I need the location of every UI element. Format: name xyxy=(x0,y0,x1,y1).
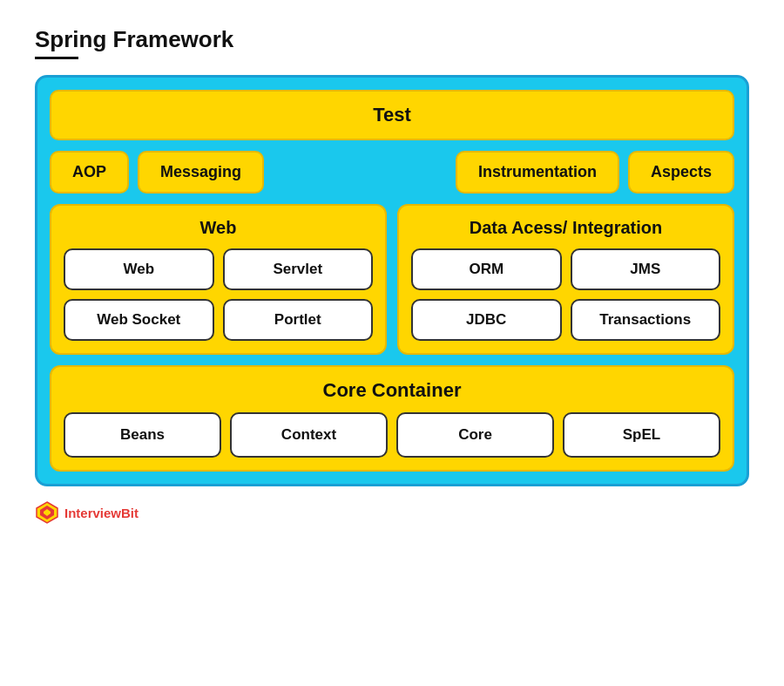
footer-logo: InterviewBit xyxy=(35,500,139,525)
core-container-title: Core Container xyxy=(64,379,720,402)
jdbc-item: JDBC xyxy=(411,299,562,341)
interviewbit-logo-icon xyxy=(35,500,59,525)
jms-item: JMS xyxy=(571,248,721,290)
beans-item: Beans xyxy=(64,412,221,458)
instrumentation-chip: Instrumentation xyxy=(456,151,619,194)
aspects-chip: Aspects xyxy=(628,151,734,194)
context-item: Context xyxy=(230,412,388,458)
core-container-box: Core Container Beans Context Core SpEL xyxy=(50,365,734,472)
orm-item: ORM xyxy=(411,248,562,290)
top-modules-row: AOP Messaging Instrumentation Aspects xyxy=(50,151,734,194)
web-section-grid: Web Servlet Web Socket Portlet xyxy=(64,248,373,341)
footer-brand-text: InterviewBit xyxy=(64,506,139,520)
spring-framework-diagram: Test AOP Messaging Instrumentation Aspec… xyxy=(35,75,749,486)
websocket-item: Web Socket xyxy=(64,299,214,341)
page-title: Spring Framework xyxy=(35,26,233,53)
middle-row: Web Web Servlet Web Socket Portlet Data … xyxy=(50,204,734,355)
data-section-grid: ORM JMS JDBC Transactions xyxy=(411,248,720,341)
transactions-item: Transactions xyxy=(571,299,721,341)
top-modules-left: AOP Messaging xyxy=(50,151,264,194)
spel-item: SpEL xyxy=(563,412,720,458)
brand-bit: Bit xyxy=(121,506,139,520)
test-bar: Test xyxy=(50,90,734,140)
brand-interview: Interview xyxy=(64,506,121,520)
page-title-area: Spring Framework xyxy=(35,26,233,59)
servlet-item: Servlet xyxy=(223,248,374,290)
core-item: Core xyxy=(396,412,554,458)
web-section-title: Web xyxy=(64,218,373,238)
aop-chip: AOP xyxy=(50,151,129,194)
title-underline xyxy=(35,57,78,59)
web-item: Web xyxy=(64,248,214,290)
portlet-item: Portlet xyxy=(223,299,374,341)
footer: InterviewBit xyxy=(35,500,139,525)
data-section-title: Data Acess/ Integration xyxy=(411,218,720,238)
data-section: Data Acess/ Integration ORM JMS JDBC Tra… xyxy=(397,204,734,355)
messaging-chip: Messaging xyxy=(138,151,264,194)
web-section: Web Web Servlet Web Socket Portlet xyxy=(50,204,387,355)
core-container-grid: Beans Context Core SpEL xyxy=(64,412,720,458)
top-modules-right: Instrumentation Aspects xyxy=(456,151,734,194)
